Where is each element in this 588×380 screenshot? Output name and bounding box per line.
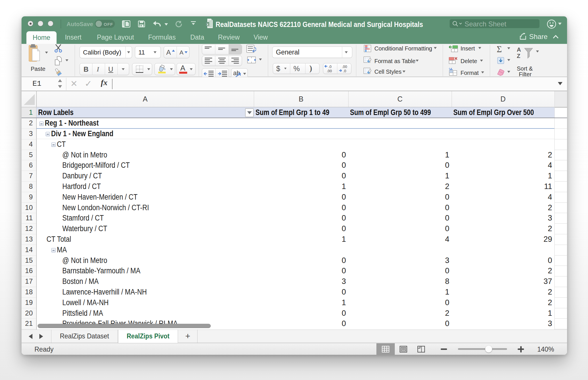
svg-text:.00: .00 xyxy=(342,65,347,69)
svg-text:x: x xyxy=(207,22,209,26)
svg-text:.0: .0 xyxy=(343,69,346,73)
svg-text:.00: .00 xyxy=(327,69,332,73)
svg-text:.0: .0 xyxy=(328,65,332,69)
